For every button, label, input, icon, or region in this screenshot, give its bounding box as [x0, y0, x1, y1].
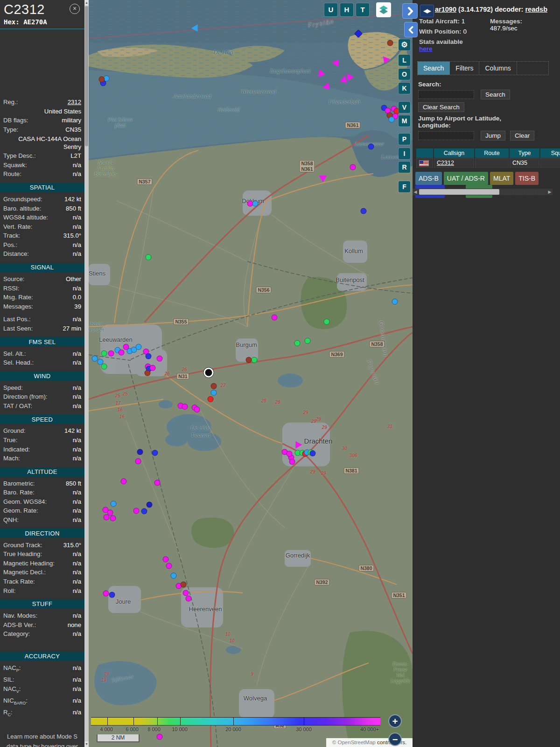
selected-aircraft-marker[interactable]: [204, 368, 214, 378]
sidebar-expand-button[interactable]: [402, 3, 418, 19]
column-header[interactable]: Squawk: [540, 148, 560, 158]
aircraft-marker[interactable]: [211, 390, 217, 396]
callsign-link[interactable]: C2312: [437, 160, 454, 166]
panel-toggle-icon[interactable]: ◀▶: [420, 5, 434, 17]
aircraft-marker[interactable]: [361, 208, 367, 214]
aircraft-marker[interactable]: [389, 117, 395, 123]
aircraft-marker[interactable]: [350, 164, 356, 170]
map-button-m[interactable]: M: [399, 115, 410, 127]
aircraft-marker[interactable]: [319, 176, 327, 182]
aircraft-marker[interactable]: [181, 582, 187, 588]
scrollbar-thumb[interactable]: [85, 6, 88, 146]
aircraft-marker[interactable]: [186, 596, 192, 602]
table-row[interactable]: C2312 CN35 850: [416, 158, 560, 168]
aircraft-marker[interactable]: [152, 450, 158, 456]
aircraft-marker[interactable]: [154, 480, 161, 486]
scroll-down-icon[interactable]: ▼: [84, 741, 89, 747]
aircraft-marker[interactable]: [287, 451, 293, 457]
aircraft-marker[interactable]: [163, 557, 169, 563]
map-button-i[interactable]: I: [399, 148, 410, 159]
aircraft-marker[interactable]: [211, 383, 217, 389]
aircraft-marker[interactable]: [289, 459, 295, 465]
tab-search[interactable]: Search: [418, 62, 450, 75]
jump-button[interactable]: Jump: [481, 131, 505, 141]
aircraft-marker[interactable]: [101, 351, 107, 357]
aircraft-marker[interactable]: [252, 201, 259, 207]
aircraft-marker[interactable]: [146, 254, 152, 261]
aircraft-marker[interactable]: [305, 338, 311, 344]
scroll-left-icon[interactable]: ◀: [413, 189, 418, 195]
map-button-r[interactable]: R: [399, 162, 410, 173]
aircraft-marker[interactable]: [135, 458, 141, 465]
aircraft-marker[interactable]: [292, 439, 302, 449]
aircraft-marker[interactable]: [146, 353, 152, 359]
map-canvas[interactable]: FryslânDe HônEngelsmanplaatAmelanderwadW…: [89, 0, 413, 747]
clear-jump-button[interactable]: Clear: [510, 131, 534, 141]
attribution-link[interactable]: © OpenStreetMap: [332, 740, 377, 745]
zoom-in-button[interactable]: +: [388, 714, 402, 728]
map-button-o[interactable]: O: [399, 69, 410, 80]
callsign-cell[interactable]: C2312: [434, 158, 474, 168]
aircraft-marker[interactable]: [194, 407, 200, 413]
aircraft-marker[interactable]: [121, 479, 127, 485]
hscroll-thumb[interactable]: [419, 189, 499, 195]
sidebar-collapse-button[interactable]: [404, 22, 418, 37]
aircraft-marker[interactable]: [381, 56, 391, 65]
aircraft-marker[interactable]: [324, 319, 330, 325]
aircraft-marker[interactable]: [272, 315, 278, 321]
map-button-k[interactable]: K: [399, 83, 410, 94]
aircraft-marker[interactable]: [166, 563, 172, 569]
close-icon[interactable]: ×: [70, 4, 80, 14]
aircraft-marker[interactable]: [141, 508, 147, 514]
readsb-link[interactable]: readsb: [525, 6, 547, 13]
search-button[interactable]: Search: [481, 90, 510, 99]
column-header[interactable]: Callsign: [434, 148, 474, 158]
aircraft-marker[interactable]: [145, 370, 151, 376]
aircraft-marker[interactable]: [208, 396, 214, 402]
aircraft-marker[interactable]: [136, 344, 142, 350]
tab-columns[interactable]: Columns: [479, 62, 517, 75]
clear-search-button[interactable]: Clear Search: [418, 102, 464, 112]
scroll-right-icon[interactable]: ▶: [547, 189, 553, 195]
aircraft-marker[interactable]: [147, 502, 153, 508]
aircraft-marker[interactable]: [332, 57, 342, 67]
aircraft-marker[interactable]: [150, 365, 156, 371]
aircraft-marker[interactable]: [109, 592, 115, 598]
aircraft-marker[interactable]: [119, 350, 125, 356]
field-value[interactable]: 2312: [68, 98, 81, 106]
aircraft-marker[interactable]: [98, 359, 104, 365]
search-input[interactable]: [418, 90, 474, 99]
aircraft-marker[interactable]: [103, 591, 109, 597]
aircraft-marker[interactable]: [111, 501, 117, 507]
aircraft-marker[interactable]: [104, 514, 110, 521]
map-button-l[interactable]: L: [399, 55, 410, 66]
map-button-h[interactable]: H: [340, 3, 353, 16]
map-button-t[interactable]: T: [356, 3, 369, 16]
tar1090-link[interactable]: ar1090: [435, 6, 456, 13]
aircraft-marker[interactable]: [310, 451, 316, 457]
layers-button[interactable]: [376, 2, 391, 17]
aircraft-marker[interactable]: [157, 734, 163, 740]
aircraft-marker[interactable]: [294, 340, 301, 346]
aircraft-marker[interactable]: [252, 357, 258, 363]
zoom-out-button[interactable]: −: [388, 733, 402, 746]
aircraft-marker[interactable]: [133, 508, 140, 514]
aircraft-marker[interactable]: [354, 29, 363, 38]
aircraft-marker[interactable]: [182, 404, 188, 410]
table-horizontal-scrollbar[interactable]: ◀ ▶: [413, 189, 553, 195]
map-button-v[interactable]: V: [399, 102, 410, 113]
aircraft-marker[interactable]: [157, 356, 163, 362]
aircraft-marker[interactable]: [99, 77, 105, 83]
map-button-f[interactable]: F: [399, 181, 410, 192]
aircraft-marker[interactable]: [322, 82, 333, 92]
aircraft-marker[interactable]: [392, 299, 398, 305]
aircraft-marker[interactable]: [368, 144, 374, 150]
settings-gear-icon[interactable]: ⚙: [399, 39, 410, 50]
tab-filters[interactable]: Filters: [450, 62, 479, 75]
map-button-p[interactable]: P: [399, 134, 410, 145]
left-panel-scrollbar[interactable]: ▲ ▼: [84, 0, 89, 747]
aircraft-marker[interactable]: [92, 356, 98, 362]
aircraft-marker[interactable]: [108, 351, 114, 357]
aircraft-marker[interactable]: [318, 69, 326, 78]
aircraft-marker[interactable]: [171, 573, 177, 579]
